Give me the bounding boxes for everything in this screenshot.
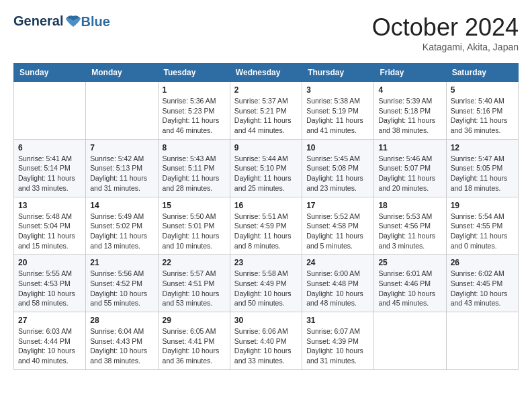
calendar-week-row: 6Sunrise: 5:41 AM Sunset: 5:14 PM Daylig… (14, 139, 519, 197)
calendar-cell: 1Sunrise: 5:36 AM Sunset: 5:23 PM Daylig… (158, 82, 230, 140)
logo: General Blue (13, 13, 110, 30)
weekday-header: Thursday (302, 64, 374, 82)
day-info: Sunrise: 5:45 AM Sunset: 5:08 PM Dayligh… (306, 154, 369, 193)
calendar-cell: 7Sunrise: 5:42 AM Sunset: 5:13 PM Daylig… (86, 139, 158, 197)
day-info: Sunrise: 5:49 AM Sunset: 5:02 PM Dayligh… (90, 212, 153, 251)
calendar-week-row: 13Sunrise: 5:48 AM Sunset: 5:04 PM Dayli… (14, 197, 519, 255)
calendar-cell: 6Sunrise: 5:41 AM Sunset: 5:14 PM Daylig… (14, 139, 86, 197)
calendar-cell: 21Sunrise: 5:56 AM Sunset: 4:52 PM Dayli… (86, 255, 158, 312)
weekday-header: Saturday (446, 64, 518, 82)
day-info: Sunrise: 5:51 AM Sunset: 4:59 PM Dayligh… (234, 212, 298, 251)
day-info: Sunrise: 5:57 AM Sunset: 4:51 PM Dayligh… (163, 269, 226, 308)
calendar-cell: 22Sunrise: 5:57 AM Sunset: 4:51 PM Dayli… (158, 255, 230, 312)
calendar-cell: 12Sunrise: 5:47 AM Sunset: 5:05 PM Dayli… (446, 139, 518, 197)
calendar-cell: 3Sunrise: 5:38 AM Sunset: 5:19 PM Daylig… (302, 82, 374, 140)
day-info: Sunrise: 5:40 AM Sunset: 5:16 PM Dayligh… (451, 96, 514, 136)
day-info: Sunrise: 5:47 AM Sunset: 5:05 PM Dayligh… (451, 154, 514, 193)
page-header: General Blue October 2024 Katagami, Akit… (13, 13, 519, 52)
calendar-cell: 30Sunrise: 6:06 AM Sunset: 4:40 PM Dayli… (230, 312, 302, 370)
day-info: Sunrise: 5:39 AM Sunset: 5:18 PM Dayligh… (378, 96, 441, 136)
calendar-cell: 26Sunrise: 6:02 AM Sunset: 4:45 PM Dayli… (446, 255, 518, 312)
calendar-cell: 19Sunrise: 5:54 AM Sunset: 4:55 PM Dayli… (446, 197, 518, 255)
calendar-cell (374, 312, 446, 370)
day-number: 26 (451, 258, 514, 267)
day-info: Sunrise: 5:44 AM Sunset: 5:10 PM Dayligh… (234, 154, 298, 193)
day-number: 19 (451, 201, 514, 210)
day-number: 15 (163, 201, 226, 210)
weekday-header-row: SundayMondayTuesdayWednesdayThursdayFrid… (14, 64, 519, 82)
day-number: 30 (234, 316, 298, 325)
calendar-cell (14, 82, 86, 140)
day-number: 7 (90, 143, 153, 152)
day-info: Sunrise: 5:58 AM Sunset: 4:49 PM Dayligh… (234, 269, 298, 308)
calendar-cell: 4Sunrise: 5:39 AM Sunset: 5:18 PM Daylig… (374, 82, 446, 140)
day-info: Sunrise: 6:05 AM Sunset: 4:41 PM Dayligh… (163, 326, 226, 366)
day-info: Sunrise: 6:04 AM Sunset: 4:43 PM Dayligh… (90, 326, 153, 366)
weekday-header: Sunday (14, 64, 86, 82)
calendar-cell: 16Sunrise: 5:51 AM Sunset: 4:59 PM Dayli… (230, 197, 302, 255)
day-info: Sunrise: 5:53 AM Sunset: 4:56 PM Dayligh… (378, 212, 441, 251)
day-number: 20 (18, 258, 81, 267)
weekday-header: Monday (86, 64, 158, 82)
calendar-table: SundayMondayTuesdayWednesdayThursdayFrid… (13, 63, 519, 370)
day-number: 23 (234, 258, 298, 267)
day-info: Sunrise: 5:42 AM Sunset: 5:13 PM Dayligh… (90, 154, 153, 193)
day-number: 17 (306, 201, 369, 210)
calendar-cell (446, 312, 518, 370)
day-info: Sunrise: 5:46 AM Sunset: 5:07 PM Dayligh… (378, 154, 441, 193)
day-info: Sunrise: 6:03 AM Sunset: 4:44 PM Dayligh… (18, 326, 81, 366)
day-number: 16 (234, 201, 298, 210)
day-info: Sunrise: 5:56 AM Sunset: 4:52 PM Dayligh… (90, 269, 153, 308)
day-number: 5 (451, 85, 514, 95)
calendar-cell: 13Sunrise: 5:48 AM Sunset: 5:04 PM Dayli… (14, 197, 86, 255)
logo-text: General (13, 13, 82, 30)
calendar-cell: 14Sunrise: 5:49 AM Sunset: 5:02 PM Dayli… (86, 197, 158, 255)
calendar-week-row: 27Sunrise: 6:03 AM Sunset: 4:44 PM Dayli… (14, 312, 519, 370)
day-info: Sunrise: 6:00 AM Sunset: 4:48 PM Dayligh… (306, 269, 369, 308)
day-number: 18 (378, 201, 441, 210)
day-number: 3 (306, 85, 369, 95)
day-info: Sunrise: 5:52 AM Sunset: 4:58 PM Dayligh… (306, 212, 369, 251)
day-number: 25 (378, 258, 441, 267)
day-number: 6 (18, 143, 81, 152)
day-info: Sunrise: 6:01 AM Sunset: 4:46 PM Dayligh… (378, 269, 441, 308)
day-number: 8 (163, 143, 226, 152)
logo-blue-text: Blue (81, 14, 109, 29)
calendar-cell: 10Sunrise: 5:45 AM Sunset: 5:08 PM Dayli… (302, 139, 374, 197)
day-info: Sunrise: 5:43 AM Sunset: 5:11 PM Dayligh… (163, 154, 226, 193)
day-number: 2 (234, 85, 298, 95)
day-info: Sunrise: 6:02 AM Sunset: 4:45 PM Dayligh… (451, 269, 514, 308)
day-info: Sunrise: 5:37 AM Sunset: 5:21 PM Dayligh… (234, 96, 298, 136)
weekday-header: Wednesday (230, 64, 302, 82)
calendar-cell: 15Sunrise: 5:50 AM Sunset: 5:01 PM Dayli… (158, 197, 230, 255)
calendar-cell: 5Sunrise: 5:40 AM Sunset: 5:16 PM Daylig… (446, 82, 518, 140)
weekday-header: Friday (374, 64, 446, 82)
day-number: 1 (163, 85, 226, 95)
day-info: Sunrise: 5:54 AM Sunset: 4:55 PM Dayligh… (451, 212, 514, 251)
day-info: Sunrise: 5:41 AM Sunset: 5:14 PM Dayligh… (18, 154, 81, 193)
calendar-cell: 17Sunrise: 5:52 AM Sunset: 4:58 PM Dayli… (302, 197, 374, 255)
calendar-cell: 27Sunrise: 6:03 AM Sunset: 4:44 PM Dayli… (14, 312, 86, 370)
day-number: 24 (306, 258, 369, 267)
day-number: 13 (18, 201, 81, 210)
day-number: 27 (18, 316, 81, 325)
day-info: Sunrise: 6:07 AM Sunset: 4:39 PM Dayligh… (306, 326, 369, 366)
day-number: 11 (378, 143, 441, 152)
weekday-header: Tuesday (158, 64, 230, 82)
day-info: Sunrise: 5:48 AM Sunset: 5:04 PM Dayligh… (18, 212, 81, 251)
day-number: 29 (163, 316, 226, 325)
day-number: 22 (163, 258, 226, 267)
calendar-cell: 23Sunrise: 5:58 AM Sunset: 4:49 PM Dayli… (230, 255, 302, 312)
calendar-cell: 18Sunrise: 5:53 AM Sunset: 4:56 PM Dayli… (374, 197, 446, 255)
day-info: Sunrise: 5:38 AM Sunset: 5:19 PM Dayligh… (306, 96, 369, 136)
calendar-cell: 8Sunrise: 5:43 AM Sunset: 5:11 PM Daylig… (158, 139, 230, 197)
calendar-cell: 2Sunrise: 5:37 AM Sunset: 5:21 PM Daylig… (230, 82, 302, 140)
calendar-cell: 28Sunrise: 6:04 AM Sunset: 4:43 PM Dayli… (86, 312, 158, 370)
title-block: October 2024 Katagami, Akita, Japan (372, 13, 519, 52)
day-info: Sunrise: 6:06 AM Sunset: 4:40 PM Dayligh… (234, 326, 298, 366)
day-info: Sunrise: 5:55 AM Sunset: 4:53 PM Dayligh… (18, 269, 81, 308)
day-number: 10 (306, 143, 369, 152)
calendar-cell: 24Sunrise: 6:00 AM Sunset: 4:48 PM Dayli… (302, 255, 374, 312)
calendar-cell: 31Sunrise: 6:07 AM Sunset: 4:39 PM Dayli… (302, 312, 374, 370)
day-info: Sunrise: 5:36 AM Sunset: 5:23 PM Dayligh… (163, 96, 226, 136)
